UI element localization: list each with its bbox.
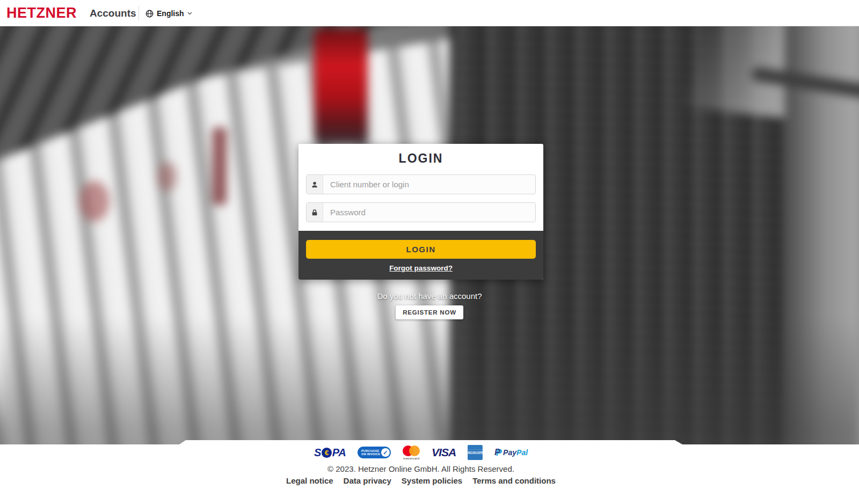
system-policies-link[interactable]: System policies — [402, 476, 462, 485]
register-prompt: Do you not have an account? — [0, 291, 859, 301]
hetzner-logo[interactable]: HETZNER — [6, 5, 77, 21]
mastercard-icon: mastercard — [403, 445, 420, 460]
forgot-password-row: Forgot password? — [299, 263, 543, 273]
login-card: LOGIN LOGIN Forgot password? — [299, 144, 543, 280]
bg-red-strip — [213, 127, 227, 205]
register-now-button[interactable]: REGISTER NOW — [396, 305, 463, 319]
top-bar: HETZNER Accounts English — [0, 0, 859, 26]
sepa-s: S — [314, 447, 321, 459]
user-icon — [307, 175, 323, 194]
login-title: LOGIN — [299, 151, 543, 166]
forgot-password-link[interactable]: Forgot password? — [389, 264, 453, 272]
paypal-icon: P P Pay Pal — [494, 448, 528, 457]
chevron-down-icon — [187, 12, 192, 15]
visa-icon: VISA — [432, 446, 456, 459]
lock-icon — [307, 203, 323, 222]
american-express-icon: AMERICAN EXPRESS — [468, 445, 483, 460]
paypal-monogram: P P — [494, 448, 502, 457]
mastercard-yellow-circle — [409, 445, 420, 456]
copyright-text: © 2023. Hetzner Online GmbH. All Rights … — [327, 464, 514, 473]
bg-red-light — [314, 28, 368, 145]
paypal-word-pay: Pay — [503, 448, 516, 457]
footer-links: Legal notice Data privacy System policie… — [286, 476, 556, 485]
payment-methods-row: S € PA PURCHASE ON INVOICE ✓ mastercard … — [314, 444, 528, 461]
bg-red-glow — [79, 181, 110, 222]
app-title: Accounts — [90, 8, 136, 19]
password-field — [306, 202, 536, 222]
register-section: Do you not have an account? REGISTER NOW — [0, 291, 859, 319]
password-input[interactable] — [324, 203, 536, 222]
paypal-word-pal: Pal — [516, 448, 528, 457]
purchase-on-invoice-icon: PURCHASE ON INVOICE ✓ — [358, 447, 391, 458]
sepa-euro-icon: € — [322, 448, 332, 458]
language-selector[interactable]: English — [145, 7, 192, 20]
mastercard-circles — [403, 445, 420, 456]
globe-icon — [145, 10, 154, 18]
sepa-icon: S € PA — [314, 447, 346, 459]
login-button[interactable]: LOGIN — [306, 240, 536, 259]
username-input[interactable] — [324, 175, 536, 194]
username-field — [306, 174, 536, 194]
data-privacy-link[interactable]: Data privacy — [344, 476, 391, 485]
bg-red-glow — [157, 162, 177, 191]
login-card-dark-panel: LOGIN Forgot password? — [299, 231, 543, 280]
language-label: English — [157, 9, 184, 18]
mastercard-label: mastercard — [403, 457, 420, 460]
terms-and-conditions-link[interactable]: Terms and conditions — [472, 476, 556, 485]
sepa-pa: PA — [332, 447, 346, 459]
header-divider — [139, 5, 139, 21]
legal-notice-link[interactable]: Legal notice — [286, 476, 333, 485]
